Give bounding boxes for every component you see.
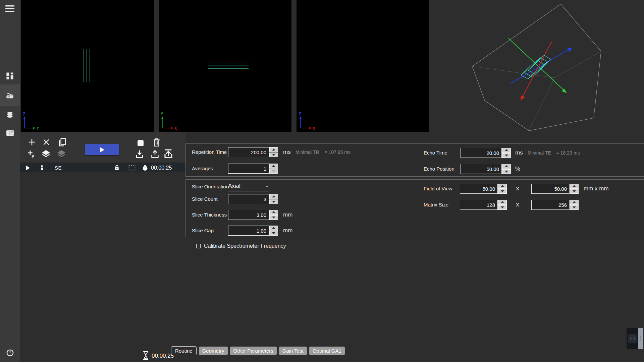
hourglass-icon	[143, 351, 149, 360]
layers-button[interactable]	[41, 149, 51, 159]
tab-other-parameters[interactable]: Other Parameters	[230, 347, 277, 355]
axis-indicator: Y X	[161, 112, 177, 131]
scan-timer-value: 00:00:25	[152, 353, 174, 359]
slice-orientation-select[interactable]: Axial	[228, 182, 269, 191]
power-icon	[5, 348, 15, 357]
database-icon	[5, 111, 14, 119]
field-of-view-y-stepper[interactable]	[570, 184, 579, 194]
bowtie-logo-icon	[628, 334, 637, 343]
lock-icon	[114, 165, 120, 171]
matrix-size-x-input[interactable]	[460, 200, 498, 210]
layers-disabled-button[interactable]	[56, 149, 67, 159]
calibrate-frequency-checkbox-row[interactable]: Calibrate Spectrometer Frequency	[196, 243, 286, 249]
tab-geometry[interactable]: Geometry	[199, 347, 228, 355]
add-icon	[27, 137, 37, 147]
download-button[interactable]	[135, 149, 145, 159]
stop-button[interactable]	[137, 140, 144, 146]
averages-input[interactable]	[228, 164, 269, 174]
sidebar-item-dashboard[interactable]	[0, 66, 20, 85]
selection-box-icon	[128, 165, 136, 171]
matrix-size-y-input[interactable]	[531, 200, 570, 210]
echo-time-unit: ms	[515, 148, 523, 158]
sequence-toolbar: P	[20, 132, 185, 162]
calibrate-frequency-label: Calibrate Spectrometer Frequency	[204, 243, 286, 249]
sequence-owner-button[interactable]	[39, 165, 45, 171]
calibrate-frequency-checkbox[interactable]	[196, 244, 201, 248]
scanner-icon	[5, 91, 14, 100]
upload-button[interactable]	[150, 149, 160, 159]
trash-button[interactable]	[152, 137, 161, 147]
geometry-panel: Slice Orientation Axial Slice Count Slic…	[185, 179, 644, 237]
overlay-widget[interactable]	[627, 328, 643, 349]
timing-panel: Repetition Time ms Minimal TR = 107.95 m…	[185, 143, 644, 177]
axis-indicator: Z X	[299, 112, 315, 131]
field-of-view-y-input[interactable]	[531, 184, 570, 194]
field-of-view-x-stepper[interactable]	[498, 184, 507, 194]
matrix-size-x-stepper[interactable]	[498, 200, 507, 210]
remove-button[interactable]	[42, 138, 51, 146]
reader-icon	[5, 129, 15, 137]
averages-stepper[interactable]	[269, 164, 278, 174]
tab-optimal-ga1[interactable]: Optimal GA1	[309, 347, 345, 355]
scan-timer-indicator	[143, 351, 149, 362]
horizontal-axis-label: X	[313, 126, 315, 131]
sidebar-item-scanner[interactable]	[0, 84, 20, 106]
copy-button[interactable]	[57, 137, 67, 147]
slice-gap-input[interactable]	[228, 226, 269, 236]
tab-routine[interactable]: Routine	[171, 346, 197, 355]
lock-toggle[interactable]	[114, 165, 120, 171]
slice-count-input[interactable]	[228, 194, 269, 204]
echo-position-label: Echo Position	[424, 164, 454, 174]
vertical-axis-label: Z	[23, 112, 25, 116]
field-of-view-label: Field of View	[424, 184, 452, 194]
viewport-3d[interactable]	[429, 0, 644, 138]
run-sequence-button[interactable]	[85, 144, 119, 155]
echo-time-stepper[interactable]	[502, 148, 511, 158]
matrix-size-y-stepper[interactable]	[570, 200, 579, 210]
tab-gain-test[interactable]: Gain Test	[279, 347, 307, 355]
repetition-time-label: Repetition Time	[192, 147, 227, 157]
overlay-widget-handle[interactable]	[638, 328, 643, 349]
vertical-axis-label: Y	[161, 112, 163, 116]
slice-thickness-input[interactable]	[228, 210, 269, 220]
viewport-yx[interactable]: Y X	[159, 0, 291, 132]
sequence-row[interactable]: SE 00:00:25	[20, 163, 185, 172]
menu-icon	[5, 5, 14, 13]
echo-position-stepper[interactable]	[502, 164, 511, 174]
repetition-time-stepper[interactable]	[269, 147, 278, 157]
horizontal-axis-label: Y	[37, 126, 39, 131]
sidebar-item-database[interactable]	[0, 105, 20, 124]
add-protocol-button[interactable]: P	[26, 149, 36, 159]
upload-top-button[interactable]	[163, 148, 174, 159]
geometry-cube-canvas	[429, 0, 644, 138]
viewport-zy[interactable]: Z Y	[21, 0, 154, 132]
menu-button[interactable]	[0, 0, 20, 17]
add-button[interactable]	[27, 137, 37, 147]
selection-box-toggle[interactable]	[128, 165, 136, 171]
chevron-down-icon	[265, 186, 269, 188]
echo-position-unit: %	[515, 164, 520, 174]
repetition-time-input[interactable]	[228, 147, 269, 157]
repetition-time-unit: ms	[283, 147, 291, 157]
viewport-zx-canvas: Z X	[297, 0, 429, 132]
sequence-play-button[interactable]	[25, 165, 30, 171]
layers-disabled-icon	[56, 149, 67, 159]
add-protocol-icon: P	[26, 149, 36, 159]
sidebar	[0, 0, 20, 362]
field-of-view-unit: mm x mm	[584, 184, 609, 194]
field-of-view-x-input[interactable]	[460, 184, 498, 194]
upload-top-icon	[163, 148, 174, 159]
echo-time-label: Echo Time	[424, 148, 447, 158]
power-button[interactable]	[0, 348, 20, 357]
echo-time-input[interactable]	[461, 148, 502, 158]
matrix-size-label: Matrix Size	[424, 200, 448, 210]
echo-position-input[interactable]	[461, 164, 502, 174]
slice-gap-stepper[interactable]	[269, 226, 278, 236]
slice-gap-label: Slice Gap	[192, 226, 214, 236]
svg-text:P: P	[32, 154, 34, 159]
viewport-zx[interactable]: Z X	[297, 0, 429, 132]
matrix-size-separator: X	[516, 200, 519, 210]
slice-count-stepper[interactable]	[269, 194, 278, 204]
slice-thickness-stepper[interactable]	[269, 210, 278, 220]
sidebar-item-protocols[interactable]	[0, 124, 20, 142]
